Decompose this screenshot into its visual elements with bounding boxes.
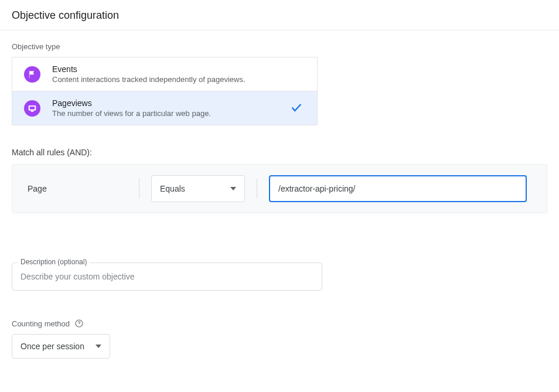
- option-pageviews-text: Pageviews The number of views for a part…: [52, 98, 305, 118]
- counting-method-section: Counting method Once per session: [12, 319, 547, 359]
- rule-value-input[interactable]: [269, 175, 527, 202]
- objective-type-section: Objective type Events Content interactio…: [0, 30, 559, 137]
- description-field: Description (optional): [12, 263, 322, 291]
- svg-rect-2: [31, 111, 33, 111]
- option-pageviews[interactable]: Pageviews The number of views for a part…: [12, 91, 317, 125]
- objective-type-label: Objective type: [12, 42, 547, 51]
- option-events[interactable]: Events Content interactions tracked inde…: [12, 57, 317, 91]
- option-events-title: Events: [52, 64, 305, 74]
- counting-method-select[interactable]: Once per session: [12, 334, 110, 359]
- separator: [139, 179, 139, 199]
- rule-operator-select[interactable]: Equals: [151, 175, 245, 202]
- option-pageviews-title: Pageviews: [52, 98, 305, 108]
- description-input[interactable]: [12, 263, 322, 291]
- option-events-text: Events Content interactions tracked inde…: [52, 64, 305, 84]
- display-icon: [24, 100, 40, 117]
- counting-method-label-row: Counting method: [12, 319, 547, 328]
- chevron-down-icon: [230, 187, 236, 190]
- rule-operator-value: Equals: [160, 184, 185, 193]
- counting-method-value: Once per session: [21, 342, 84, 351]
- chevron-down-icon: [96, 345, 101, 348]
- objective-type-options: Events Content interactions tracked inde…: [12, 57, 318, 125]
- help-icon[interactable]: [74, 319, 84, 328]
- option-pageviews-desc: The number of views for a particular web…: [52, 109, 305, 118]
- separator: [257, 179, 257, 199]
- rule-row: Page Equals: [12, 164, 547, 213]
- option-events-desc: Content interactions tracked independent…: [52, 75, 305, 84]
- spacer: [0, 213, 559, 263]
- description-float-label: Description (optional): [18, 258, 90, 266]
- flag-icon: [24, 66, 40, 83]
- counting-method-label: Counting method: [12, 319, 70, 328]
- page-title: Objective configuration: [0, 0, 559, 30]
- rules-label: Match all rules (AND):: [0, 148, 559, 157]
- rule-field-label: Page: [28, 184, 127, 193]
- check-icon: [290, 101, 303, 115]
- svg-rect-1: [29, 106, 35, 109]
